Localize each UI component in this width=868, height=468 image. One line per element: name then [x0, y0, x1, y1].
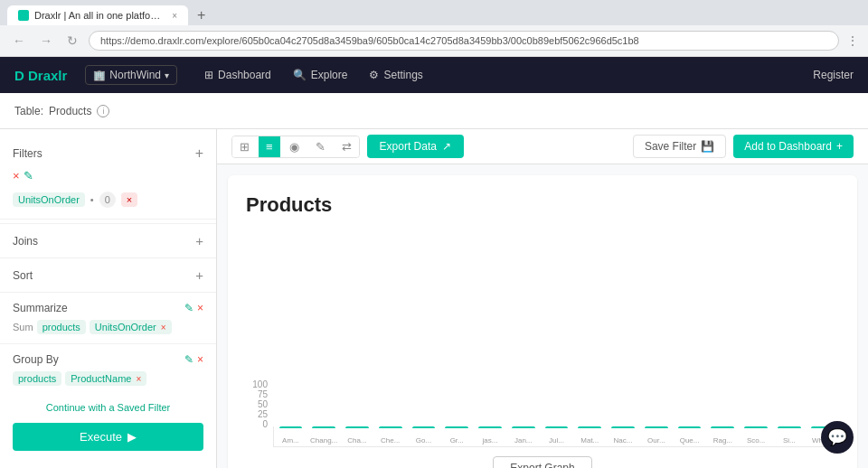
bar-group: Nac... — [607, 426, 640, 446]
browser-chrome: Draxlr | An all in one platform t... × +… — [0, 0, 868, 57]
bar-label: Jul... — [540, 436, 573, 445]
table-name: Products — [49, 105, 91, 117]
bar[interactable] — [512, 426, 535, 428]
bar[interactable] — [445, 426, 468, 428]
continue-saved-filter-link[interactable]: Continue with a Saved Filter — [46, 402, 171, 413]
bar[interactable] — [678, 426, 702, 428]
bar-group: jas... — [474, 426, 507, 446]
address-bar[interactable]: https://demo.draxlr.com/explore/605b0ca0… — [89, 31, 839, 51]
workspace-selector[interactable]: 🏢 NorthWind ▾ — [85, 65, 177, 85]
groupby-chip-products: products — [13, 371, 61, 386]
filter-val-zero[interactable]: 0 — [99, 192, 116, 208]
bar[interactable] — [412, 426, 436, 428]
bar[interactable] — [312, 426, 335, 428]
summarize-clear-icon[interactable]: × — [197, 302, 203, 314]
summarize-edit-icon[interactable]: ✎ — [184, 302, 193, 314]
bar[interactable] — [545, 426, 569, 428]
viz-grid-icon[interactable]: ⊞ — [232, 136, 257, 157]
bar[interactable] — [578, 426, 601, 428]
reload-button[interactable]: ↻ — [63, 32, 81, 50]
bar[interactable] — [711, 426, 734, 428]
bar-group: Jul... — [540, 426, 573, 446]
summarize-actions: ✎ × — [184, 302, 203, 314]
viz-pivot-icon[interactable]: ⇄ — [335, 136, 359, 157]
browser-menu-icon[interactable]: ⋮ — [846, 33, 859, 48]
nav-settings[interactable]: ⚙ Settings — [360, 63, 431, 87]
bar[interactable] — [345, 426, 369, 428]
sum-chip-products: products — [37, 320, 86, 334]
continue-link-section: Continue with a Saved Filter — [0, 391, 216, 423]
export-graph-wrap: Export Graph — [246, 456, 839, 468]
export-data-label: Export Data — [380, 140, 437, 153]
viz-edit-icon[interactable]: ✎ — [308, 136, 333, 157]
bar[interactable] — [379, 426, 402, 428]
bar-group: Si... — [772, 426, 806, 446]
joins-label: Joins — [13, 235, 38, 248]
viz-pie-icon[interactable]: ◉ — [282, 136, 307, 157]
bar[interactable] — [611, 426, 635, 428]
bar-label: Si... — [772, 436, 806, 445]
bar-label: Nac... — [607, 436, 640, 445]
add-to-dashboard-button[interactable]: Add to Dashboard + — [733, 135, 854, 158]
viz-bar-icon[interactable]: ≡ — [259, 136, 280, 157]
bar-group: Chang... — [307, 426, 341, 446]
filter-edit-icon[interactable]: ✎ — [24, 169, 33, 183]
viz-toolbar: ⊞ ≡ ◉ ✎ ⇄ Export Data ↗ Save Filter 💾 Ad… — [217, 129, 868, 164]
summarize-section: Summarize ✎ × Sum products UnitsOnOrder … — [0, 296, 216, 340]
execute-label: Execute — [80, 430, 122, 444]
table-label: Table: Products i — [14, 105, 109, 117]
bar-group: Mat... — [573, 426, 607, 446]
bar[interactable] — [744, 426, 768, 428]
summarize-chips: Sum products UnitsOnOrder × — [13, 320, 203, 334]
filter-val-close[interactable]: × — [121, 192, 137, 207]
groupby-chip-close-icon[interactable]: × — [137, 374, 142, 384]
bar-group: Am... — [274, 426, 307, 446]
sort-add-icon[interactable]: + — [195, 267, 203, 283]
bar-label: Am... — [274, 436, 307, 445]
bar-label: Jan... — [506, 436, 540, 445]
export-data-button[interactable]: Export Data ↗ — [367, 135, 464, 158]
chat-bubble[interactable]: 💬 — [821, 421, 854, 454]
register-link[interactable]: Register — [813, 69, 854, 81]
back-button[interactable]: ← — [9, 32, 29, 50]
joins-add-icon[interactable]: + — [195, 233, 203, 248]
bar[interactable] — [645, 426, 668, 428]
summarize-label: Summarize — [13, 302, 68, 314]
y-label-100: 100 — [252, 379, 268, 389]
bar-label: Sco... — [740, 436, 773, 445]
bar-group: Go... — [407, 426, 440, 446]
forward-button[interactable]: → — [36, 32, 56, 50]
groupby-chips: products ProductName × — [13, 371, 203, 386]
bar[interactable] — [279, 426, 303, 428]
nav-dashboard[interactable]: ⊞ Dashboard — [195, 63, 280, 87]
tab-close-icon[interactable]: × — [172, 11, 177, 21]
execute-button[interactable]: Execute ▶ — [13, 423, 203, 451]
export-graph-button[interactable]: Export Graph — [493, 456, 591, 468]
info-icon[interactable]: i — [97, 105, 109, 117]
bar-label: Che... — [373, 436, 407, 445]
groupby-edit-icon[interactable]: ✎ — [184, 353, 193, 366]
viz-type-selector: ⊞ ≡ ◉ ✎ ⇄ — [231, 136, 360, 158]
bar-group: Que... — [673, 426, 706, 446]
filters-add-icon[interactable]: + — [195, 145, 203, 162]
chart-title: Products — [246, 193, 839, 217]
sidebar: Filters + × ✎ UnitsOnOrder • 0 × Joins — [0, 129, 217, 468]
divider-1 — [0, 223, 216, 224]
bar[interactable] — [478, 426, 502, 428]
bar[interactable] — [778, 426, 801, 428]
groupby-actions: ✎ × — [184, 353, 203, 366]
top-bar: Table: Products i — [0, 93, 868, 129]
save-filter-button[interactable]: Save Filter 💾 — [633, 135, 726, 158]
new-tab-button[interactable]: + — [192, 5, 211, 25]
tab-label: Draxlr | An all in one platform t... — [34, 10, 163, 21]
y-label-75: 75 — [258, 389, 268, 399]
nav-explore[interactable]: 🔍 Explore — [284, 63, 357, 87]
sum-label: Sum — [13, 322, 33, 332]
groupby-clear-icon[interactable]: × — [197, 353, 203, 366]
groupby-chip-productname: ProductName × — [65, 371, 146, 386]
filter-clear-icon[interactable]: × — [13, 169, 20, 183]
tab-favicon — [18, 10, 29, 21]
sum-chip-close-icon[interactable]: × — [161, 323, 166, 332]
bar-label: Our... — [639, 436, 673, 445]
browser-tab[interactable]: Draxlr | An all in one platform t... × — [7, 5, 188, 25]
